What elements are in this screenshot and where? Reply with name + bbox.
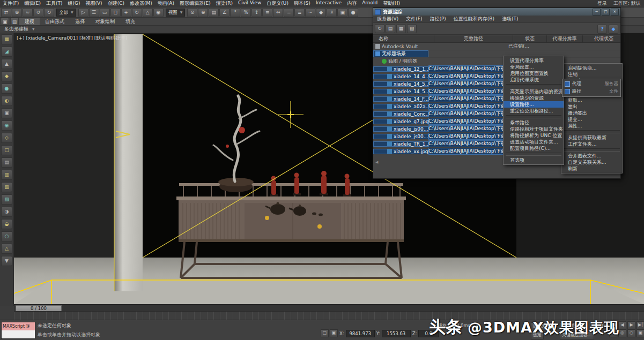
toolbar-icon[interactable]: =: [284, 8, 294, 17]
toolbar-icon[interactable]: %: [241, 8, 251, 17]
column-header-status[interactable]: 状态: [513, 35, 547, 42]
menu-item[interactable]: Civil View: [235, 0, 264, 7]
menu-item[interactable]: 文件(F): [0, 0, 21, 7]
context-menu-item[interactable]: 启用代理系统: [504, 77, 564, 83]
toolbar-icon[interactable]: ≣: [294, 8, 305, 17]
toolbar-icon[interactable]: ▭: [100, 8, 110, 17]
dialog-titlebar[interactable]: 资源追踪 ─□✕: [373, 8, 620, 16]
context-menu-item[interactable]: 将路径解析为 UNC 位置: [504, 132, 564, 139]
column-header-proxy-status[interactable]: 代理状态: [583, 35, 625, 42]
dialog-menu-item[interactable]: 文件(F): [402, 16, 426, 22]
provider-menu-item[interactable]: [564, 130, 620, 133]
toolbar-icon[interactable]: ☰: [89, 8, 99, 17]
side-tool-icon[interactable]: ◢: [1, 47, 12, 57]
provider-menu-item[interactable]: 撤消签出: [561, 110, 622, 116]
provider-menu-item[interactable]: 刷新: [561, 165, 622, 172]
ribbon-tab[interactable]: 选择: [70, 18, 90, 25]
playback-button[interactable]: ▶|: [636, 321, 644, 329]
toolbar-icon[interactable]: ⇄: [1, 8, 11, 17]
menubar-right-item[interactable]: 登录: [594, 0, 610, 7]
toolbar-icon[interactable]: +: [121, 8, 131, 17]
toolbar-icon[interactable]: ↕: [251, 8, 262, 17]
context-menu-item[interactable]: 配置项目路径(C)...: [504, 145, 564, 152]
scroll-left-icon[interactable]: ◀: [375, 160, 378, 164]
toolbar-icon[interactable]: ▷: [78, 8, 88, 17]
toolbar-icon[interactable]: ≡: [262, 8, 272, 17]
side-tool-icon[interactable]: ▦: [1, 34, 12, 44]
side-tool-icon[interactable]: ▨: [1, 194, 12, 205]
dialog-menu-item[interactable]: 选项(T): [498, 16, 522, 22]
toolbar-icon[interactable]: △: [143, 8, 153, 17]
cabinet[interactable]: [176, 183, 406, 278]
side-tool-icon[interactable]: △: [1, 244, 12, 254]
column-header-path[interactable]: 完整路径: [434, 35, 513, 42]
window-button[interactable]: ─: [593, 9, 601, 16]
provider-menu-item[interactable]: 工作文件夹...: [561, 141, 622, 147]
dialog-help-icon[interactable]: ◆: [609, 25, 618, 34]
context-menu-item[interactable]: 重定位公用根路径...: [504, 108, 564, 114]
toolbar-icon[interactable]: ▤: [209, 8, 219, 17]
menu-item[interactable]: 渲染(R): [213, 0, 235, 7]
menu-item[interactable]: 脚本(S): [291, 0, 313, 7]
viewport-label[interactable]: [+] [xiadele_Camera001] [标准] [默认明暗处理]: [17, 35, 127, 42]
dialog-menu-item[interactable]: 位置性能和内存(B): [450, 16, 498, 22]
toolbar-icon[interactable]: ↺: [33, 8, 43, 17]
side-tool-icon[interactable]: ◆: [1, 71, 12, 81]
dialog-help-icon[interactable]: ?: [597, 25, 607, 34]
status-toggle-icon[interactable]: ▣: [330, 329, 338, 337]
toolbar-icon[interactable]: ↻: [132, 8, 142, 17]
x-coordinate-field[interactable]: 9841.973: [346, 330, 375, 337]
toolbar-icon[interactable]: ⇔: [273, 8, 283, 17]
toolbar-icon[interactable]: ≈: [23, 8, 33, 17]
dialog-menu-item[interactable]: 路径(P): [426, 16, 449, 22]
ribbon-tab[interactable]: 自由形式: [40, 18, 70, 25]
menu-item[interactable]: 自定义(U): [264, 0, 291, 7]
provider-menu-item[interactable]: 签出: [561, 103, 622, 110]
menu-item[interactable]: 帮助(H): [380, 0, 403, 7]
side-tool-icon[interactable]: ▣: [1, 108, 12, 118]
context-menu-item[interactable]: [506, 84, 561, 87]
asset-row[interactable]: 无标题场景: [373, 50, 620, 58]
toolbar-icon[interactable]: °: [230, 8, 240, 17]
reference-coordinate-combo[interactable]: 视图 ▼: [166, 9, 186, 17]
legend-row[interactable]: 路径 文件: [565, 88, 618, 95]
maxscript-mini-listener[interactable]: MAXScript 迷: [1, 322, 35, 339]
provider-menu-item[interactable]: 启动提供商...: [561, 65, 622, 71]
dialog-toolbar-icon[interactable]: ▦: [396, 24, 406, 33]
dialog-toolbar-icon[interactable]: ▧: [407, 24, 417, 33]
side-tool-icon[interactable]: ◐: [1, 96, 12, 106]
legend-row[interactable]: 代理 服务器: [565, 80, 618, 88]
nav-icon[interactable]: ○: [627, 329, 635, 337]
side-tool-icon[interactable]: ▼: [1, 256, 12, 266]
context-menu-item[interactable]: 全局设置...: [504, 64, 564, 70]
y-coordinate-field[interactable]: 1553.63: [382, 330, 411, 337]
menu-item[interactable]: 创建(C): [105, 0, 127, 7]
toolbar-icon[interactable]: ⊗: [12, 8, 22, 17]
context-menu-item[interactable]: [506, 115, 561, 118]
time-slider[interactable]: 0 / 100: [14, 304, 644, 312]
side-tool-icon[interactable]: ●: [1, 84, 12, 94]
provider-menu-item[interactable]: 注销: [561, 71, 622, 78]
menubar-right-item[interactable]: 工作区: 默认: [610, 0, 644, 7]
context-menu-item[interactable]: 使路径相对于项目文件夹: [504, 126, 564, 132]
side-tool-icon[interactable]: ◑: [1, 207, 12, 217]
menu-item[interactable]: 视图(V): [83, 0, 105, 7]
menu-item[interactable]: 动画(A): [155, 0, 177, 7]
side-tool-icon[interactable]: ◒: [1, 219, 12, 229]
context-menu-item[interactable]: 设置路径...: [504, 101, 564, 108]
menu-item[interactable]: 内容: [344, 0, 359, 7]
menu-item[interactable]: Arnold: [359, 0, 380, 7]
window-button[interactable]: ✕: [611, 9, 619, 16]
asset-row[interactable]: Autodesk Vault 已注销(...: [373, 43, 620, 50]
context-menu-item[interactable]: 设置代理分辨率: [504, 57, 564, 64]
dialog-menu-item[interactable]: 服务器(V): [373, 16, 402, 22]
maxscript-input[interactable]: [2, 330, 35, 338]
side-tool-icon[interactable]: ▥: [1, 170, 12, 180]
dialog-toolbar-icon[interactable]: ▤: [386, 24, 395, 33]
toolbar-icon[interactable]: ☼: [327, 8, 337, 17]
toolbar-icon[interactable]: ◆: [316, 8, 326, 17]
side-tool-icon[interactable]: ▤: [1, 157, 12, 168]
context-menu-item[interactable]: 设置活动项目文件夹...: [504, 139, 564, 145]
menu-item[interactable]: 编辑(E): [21, 0, 43, 7]
menu-item[interactable]: 图形编辑器(E): [177, 0, 213, 7]
